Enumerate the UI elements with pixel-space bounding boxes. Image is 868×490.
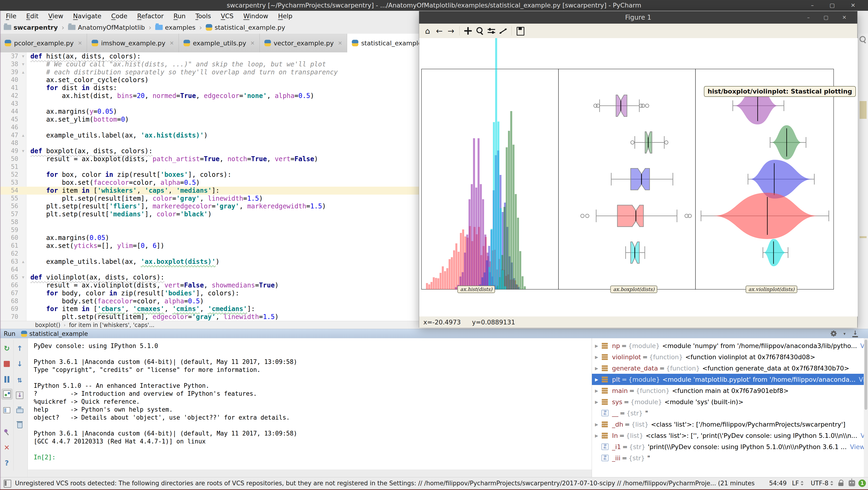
variable-row-plt[interactable]: ▶plt={module}<module 'matplotlib.pyplot'…: [592, 374, 864, 385]
run-tool-show-plots[interactable]: [2, 389, 12, 400]
run-tool-help[interactable]: ?: [2, 458, 12, 468]
variable-row-In[interactable]: ▶In={list}<class 'list'>: ['', 'print(\'…: [592, 430, 864, 441]
menu-edit[interactable]: Edit: [21, 12, 43, 20]
expander-icon[interactable]: ▶: [592, 354, 601, 359]
run-tool-scroll-end[interactable]: ↓: [14, 390, 25, 400]
console-scrollbar[interactable]: [28, 470, 592, 478]
status-message[interactable]: Unregistered VCS roots detected: The fol…: [15, 480, 756, 487]
expander-icon[interactable]: ▶: [592, 433, 601, 438]
gear-icon[interactable]: [830, 330, 837, 337]
close-icon[interactable]: ✕: [78, 40, 82, 46]
chevron-down-icon[interactable]: ▾: [843, 331, 845, 336]
fold-marker[interactable]: ▾: [21, 273, 26, 281]
view-link[interactable]: View: [850, 443, 864, 451]
expander-icon[interactable]: ▶: [592, 366, 601, 371]
expander-icon[interactable]: ▶: [592, 388, 601, 393]
back-icon[interactable]: ←: [434, 26, 444, 36]
breadcrumb-item[interactable]: swcarpentry: [2, 24, 59, 31]
run-tool-close[interactable]: ✕: [2, 442, 12, 453]
run-tool-window-header[interactable]: Run statistical_example: [0, 329, 868, 339]
run-tool-pause[interactable]: [2, 374, 12, 384]
variable-row-_iii[interactable]: _iii={str}": [592, 452, 864, 464]
breadcrumb-item[interactable]: examples: [154, 24, 197, 31]
view-link[interactable]: View: [861, 432, 864, 439]
fold-marker[interactable]: ▴: [21, 68, 26, 76]
run-tool-layout[interactable]: [2, 405, 12, 415]
figure-canvas[interactable]: hist/boxplot/violinplot: Stastical plott…: [419, 38, 858, 316]
pan-icon[interactable]: [463, 26, 473, 36]
menu-file[interactable]: File: [1, 12, 21, 20]
line-ending-indicator[interactable]: LF: [792, 480, 804, 487]
run-tool-rerun[interactable]: ↻: [2, 343, 12, 354]
fold-marker[interactable]: ▾: [21, 52, 26, 60]
fold-marker[interactable]: ▾: [21, 147, 26, 155]
console-output[interactable]: PyDev console: using IPython 5.1.0Python…: [34, 342, 590, 473]
tab-vector_example[interactable]: vector_example.py✕: [260, 34, 347, 52]
run-tool-stop[interactable]: [2, 359, 12, 369]
run-session-label[interactable]: statistical_example: [29, 330, 88, 337]
caret-position[interactable]: 54:49: [769, 480, 787, 487]
variable-row-generate_data[interactable]: ▶generate_data={function}<function gener…: [592, 363, 864, 374]
hector-inspection-icon[interactable]: [848, 480, 855, 486]
figure-titlebar[interactable]: Figure 1 – ▢ ✕: [419, 11, 857, 24]
menu-refactor[interactable]: Refactor: [132, 12, 168, 20]
menu-view[interactable]: View: [43, 12, 68, 20]
run-tool-pin[interactable]: [2, 427, 12, 437]
view-link[interactable]: View: [859, 376, 864, 383]
fold-marker[interactable]: ▾: [21, 60, 26, 68]
encoding-indicator[interactable]: UTF-8: [811, 480, 834, 487]
fold-marker[interactable]: ▴: [21, 132, 26, 139]
expander-icon[interactable]: ▶: [592, 343, 601, 348]
run-tool-trash[interactable]: [14, 419, 25, 429]
close-icon[interactable]: ✕: [250, 40, 255, 46]
hide-panel-icon[interactable]: ↓: [851, 330, 859, 337]
tab-imshow_example[interactable]: imshow_example.py✕: [87, 34, 179, 52]
run-tool-down[interactable]: ↓: [14, 359, 25, 369]
tab-example_utils[interactable]: example_utils.py✕: [179, 34, 260, 52]
save-icon[interactable]: [515, 26, 525, 36]
view-link[interactable]: View: [860, 342, 864, 349]
expander-icon[interactable]: ▶: [592, 400, 601, 404]
zoom-icon[interactable]: [474, 26, 485, 36]
run-tab-label[interactable]: Run: [4, 330, 16, 337]
window-controls[interactable]: – ▢ ✕: [811, 0, 862, 11]
tab-pcolor_example[interactable]: pcolor_example.py✕: [0, 34, 87, 52]
menu-run[interactable]: Run: [168, 12, 190, 20]
fold-marker[interactable]: ▴: [21, 258, 26, 266]
breadcrumb-item[interactable]: statistical_example.py: [204, 24, 287, 31]
editor-breadcrumb-item[interactable]: boxplot(): [35, 322, 60, 328]
variable-row-_i1[interactable]: _i1={str}'print(\\PyDev console: using I…: [592, 441, 864, 452]
editor-breadcrumb-item[interactable]: for item in ['whiskers', 'caps'...: [69, 322, 155, 328]
menu-vcs[interactable]: VCS: [216, 12, 238, 20]
run-tool-print[interactable]: [14, 405, 25, 415]
close-icon[interactable]: ✕: [169, 40, 174, 46]
menu-window[interactable]: Window: [239, 12, 273, 20]
expander-icon[interactable]: ▶: [592, 422, 601, 427]
customize-icon[interactable]: [498, 26, 508, 36]
editor-scroll-strip[interactable]: [858, 34, 868, 329]
run-tool-swap[interactable]: ⇅: [14, 375, 25, 385]
variable-row-main[interactable]: ▶main={function}<function main at 0x7f67…: [592, 385, 864, 396]
menu-navigate[interactable]: Navigate: [68, 12, 106, 20]
search-icon[interactable]: [859, 35, 867, 44]
variable-row-violinplot[interactable]: ▶violinplot={function}<function violinpl…: [592, 351, 864, 363]
variable-row-np[interactable]: ▶np={module}<module 'numpy' from '/home/…: [592, 340, 864, 351]
variable-row-_dh[interactable]: ▶_dh={list}<class 'list'>: ['/home/filip…: [592, 419, 864, 430]
run-tool-up[interactable]: ↑: [14, 343, 25, 354]
menu-code[interactable]: Code: [106, 12, 132, 20]
lock-icon[interactable]: [838, 480, 844, 487]
close-icon[interactable]: ✕: [338, 40, 342, 46]
expander-icon[interactable]: ▶: [592, 377, 601, 382]
variable-row-__[interactable]: __={str}": [592, 407, 864, 419]
menu-help[interactable]: Help: [273, 12, 297, 20]
home-icon[interactable]: ⌂: [423, 26, 433, 36]
breadcrumb-item[interactable]: AnatomyOfMatplotlib: [67, 24, 146, 31]
notification-badge[interactable]: 1: [859, 480, 866, 487]
subplots-icon[interactable]: [486, 26, 497, 36]
menu-tools[interactable]: Tools: [190, 12, 216, 20]
scroll-marker[interactable]: [860, 101, 867, 119]
forward-icon[interactable]: →: [446, 26, 456, 36]
figure-window[interactable]: Figure 1 – ▢ ✕ ⌂←→ hist/boxplot/violinpl…: [419, 11, 858, 327]
variable-row-sys[interactable]: ▶sys={module}<module 'sys' (built-in)>: [592, 396, 864, 407]
toolwindow-toggle-icon[interactable]: [4, 480, 11, 488]
